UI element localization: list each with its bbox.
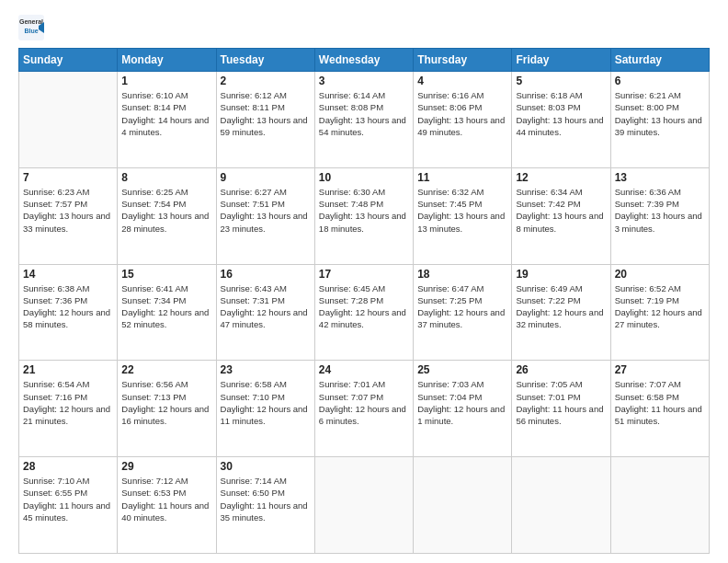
calendar-cell: 24 Sunrise: 7:01 AMSunset: 7:07 PMDaylig… — [314, 361, 413, 457]
day-number: 20 — [615, 268, 705, 281]
calendar-cell: 13 Sunrise: 6:36 AMSunset: 7:39 PMDaylig… — [610, 167, 709, 264]
day-info: Sunrise: 6:30 AMSunset: 7:48 PMDaylight:… — [319, 186, 409, 235]
day-number: 15 — [121, 268, 211, 281]
day-number: 26 — [516, 363, 606, 376]
calendar-cell: 20 Sunrise: 6:52 AMSunset: 7:19 PMDaylig… — [610, 264, 709, 361]
day-number: 4 — [417, 75, 507, 87]
logo-icon: General Blue — [18, 15, 44, 40]
day-info: Sunrise: 6:47 AMSunset: 7:25 PMDaylight:… — [417, 282, 507, 331]
calendar-cell: 15 Sunrise: 6:41 AMSunset: 7:34 PMDaylig… — [118, 264, 216, 361]
day-number: 24 — [319, 363, 409, 376]
calendar-week-row: 1 Sunrise: 6:10 AMSunset: 8:14 PMDayligh… — [19, 72, 710, 168]
day-info: Sunrise: 6:49 AMSunset: 7:22 PMDaylight:… — [516, 282, 606, 331]
calendar-cell: 18 Sunrise: 6:47 AMSunset: 7:25 PMDaylig… — [414, 264, 512, 361]
calendar-cell: 4 Sunrise: 6:16 AMSunset: 8:06 PMDayligh… — [414, 72, 512, 168]
calendar-cell: 8 Sunrise: 6:25 AMSunset: 7:54 PMDayligh… — [118, 167, 216, 264]
weekday-header: Friday — [512, 49, 610, 72]
weekday-header: Tuesday — [216, 49, 314, 72]
day-info: Sunrise: 6:23 AMSunset: 7:57 PMDaylight:… — [23, 186, 113, 235]
day-number: 11 — [417, 171, 507, 184]
page: General Blue SundayMondayTuesdayWednesda… — [0, 0, 728, 563]
day-number: 29 — [121, 460, 211, 473]
day-info: Sunrise: 6:56 AMSunset: 7:13 PMDaylight:… — [121, 378, 211, 427]
calendar-cell: 1 Sunrise: 6:10 AMSunset: 8:14 PMDayligh… — [118, 72, 216, 168]
calendar-cell: 17 Sunrise: 6:45 AMSunset: 7:28 PMDaylig… — [314, 264, 413, 361]
day-number: 14 — [23, 268, 113, 281]
day-info: Sunrise: 6:25 AMSunset: 7:54 PMDaylight:… — [121, 186, 211, 235]
calendar-cell: 23 Sunrise: 6:58 AMSunset: 7:10 PMDaylig… — [216, 361, 314, 457]
day-number: 28 — [23, 460, 113, 473]
day-number: 22 — [121, 363, 211, 376]
day-info: Sunrise: 6:18 AMSunset: 8:03 PMDaylight:… — [516, 89, 606, 138]
svg-text:General: General — [19, 18, 43, 25]
day-number: 19 — [516, 268, 606, 281]
calendar-cell: 10 Sunrise: 6:30 AMSunset: 7:48 PMDaylig… — [314, 167, 413, 264]
day-info: Sunrise: 6:27 AMSunset: 7:51 PMDaylight:… — [221, 186, 311, 235]
calendar-cell: 9 Sunrise: 6:27 AMSunset: 7:51 PMDayligh… — [216, 167, 314, 264]
weekday-header-row: SundayMondayTuesdayWednesdayThursdayFrid… — [19, 49, 710, 72]
weekday-header: Wednesday — [314, 49, 413, 72]
day-number: 17 — [319, 268, 409, 281]
weekday-header: Thursday — [414, 49, 512, 72]
day-info: Sunrise: 6:32 AMSunset: 7:45 PMDaylight:… — [417, 186, 507, 235]
calendar-cell: 19 Sunrise: 6:49 AMSunset: 7:22 PMDaylig… — [512, 264, 610, 361]
calendar-cell: 28 Sunrise: 7:10 AMSunset: 6:55 PMDaylig… — [19, 457, 118, 554]
calendar-cell: 29 Sunrise: 7:12 AMSunset: 6:53 PMDaylig… — [118, 457, 216, 554]
weekday-header: Sunday — [19, 49, 118, 72]
calendar-cell: 6 Sunrise: 6:21 AMSunset: 8:00 PMDayligh… — [610, 72, 709, 168]
day-info: Sunrise: 6:34 AMSunset: 7:42 PMDaylight:… — [516, 186, 606, 235]
day-info: Sunrise: 7:14 AMSunset: 6:50 PMDaylight:… — [221, 475, 311, 523]
day-number: 3 — [319, 75, 409, 87]
day-info: Sunrise: 6:36 AMSunset: 7:39 PMDaylight:… — [615, 186, 705, 235]
calendar-cell: 30 Sunrise: 7:14 AMSunset: 6:50 PMDaylig… — [216, 457, 314, 554]
day-number: 9 — [221, 171, 311, 184]
weekday-header: Monday — [118, 49, 216, 72]
calendar-cell: 26 Sunrise: 7:05 AMSunset: 7:01 PMDaylig… — [512, 361, 610, 457]
day-number: 7 — [23, 171, 113, 184]
calendar-cell: 27 Sunrise: 7:07 AMSunset: 6:58 PMDaylig… — [610, 361, 709, 457]
calendar-cell — [19, 72, 118, 168]
day-number: 30 — [221, 460, 311, 473]
day-number: 1 — [121, 75, 211, 87]
day-number: 8 — [121, 171, 211, 184]
day-info: Sunrise: 7:10 AMSunset: 6:55 PMDaylight:… — [23, 475, 113, 523]
calendar-cell: 14 Sunrise: 6:38 AMSunset: 7:36 PMDaylig… — [19, 264, 118, 361]
calendar-cell: 2 Sunrise: 6:12 AMSunset: 8:11 PMDayligh… — [216, 72, 314, 168]
calendar-cell: 5 Sunrise: 6:18 AMSunset: 8:03 PMDayligh… — [512, 72, 610, 168]
day-info: Sunrise: 6:52 AMSunset: 7:19 PMDaylight:… — [615, 282, 705, 331]
day-number: 12 — [516, 171, 606, 184]
calendar-table: SundayMondayTuesdayWednesdayThursdayFrid… — [18, 48, 710, 554]
day-info: Sunrise: 6:38 AMSunset: 7:36 PMDaylight:… — [23, 282, 113, 331]
day-number: 2 — [221, 75, 311, 87]
svg-text:Blue: Blue — [24, 28, 38, 34]
calendar-week-row: 21 Sunrise: 6:54 AMSunset: 7:16 PMDaylig… — [19, 361, 710, 457]
header: General Blue — [18, 15, 710, 40]
day-info: Sunrise: 6:12 AMSunset: 8:11 PMDaylight:… — [221, 89, 311, 138]
day-info: Sunrise: 7:03 AMSunset: 7:04 PMDaylight:… — [417, 378, 507, 427]
day-info: Sunrise: 6:10 AMSunset: 8:14 PMDaylight:… — [121, 89, 211, 138]
day-number: 27 — [615, 363, 705, 376]
day-number: 23 — [221, 363, 311, 376]
day-info: Sunrise: 6:21 AMSunset: 8:00 PMDaylight:… — [615, 89, 705, 138]
day-number: 10 — [319, 171, 409, 184]
calendar-week-row: 7 Sunrise: 6:23 AMSunset: 7:57 PMDayligh… — [19, 167, 710, 264]
weekday-header: Saturday — [610, 49, 709, 72]
day-number: 21 — [23, 363, 113, 376]
calendar-cell — [314, 457, 413, 554]
calendar-cell: 12 Sunrise: 6:34 AMSunset: 7:42 PMDaylig… — [512, 167, 610, 264]
calendar-week-row: 14 Sunrise: 6:38 AMSunset: 7:36 PMDaylig… — [19, 264, 710, 361]
calendar-cell: 7 Sunrise: 6:23 AMSunset: 7:57 PMDayligh… — [19, 167, 118, 264]
day-number: 25 — [417, 363, 507, 376]
day-number: 13 — [615, 171, 705, 184]
day-info: Sunrise: 7:07 AMSunset: 6:58 PMDaylight:… — [615, 378, 705, 427]
day-info: Sunrise: 6:45 AMSunset: 7:28 PMDaylight:… — [319, 282, 409, 331]
day-info: Sunrise: 7:12 AMSunset: 6:53 PMDaylight:… — [121, 475, 211, 523]
day-info: Sunrise: 6:14 AMSunset: 8:08 PMDaylight:… — [319, 89, 409, 138]
calendar-cell — [610, 457, 709, 554]
calendar-cell: 21 Sunrise: 6:54 AMSunset: 7:16 PMDaylig… — [19, 361, 118, 457]
day-info: Sunrise: 7:05 AMSunset: 7:01 PMDaylight:… — [516, 378, 606, 427]
day-info: Sunrise: 7:01 AMSunset: 7:07 PMDaylight:… — [319, 378, 409, 427]
day-number: 5 — [516, 75, 606, 87]
calendar-cell: 16 Sunrise: 6:43 AMSunset: 7:31 PMDaylig… — [216, 264, 314, 361]
calendar-cell: 11 Sunrise: 6:32 AMSunset: 7:45 PMDaylig… — [414, 167, 512, 264]
